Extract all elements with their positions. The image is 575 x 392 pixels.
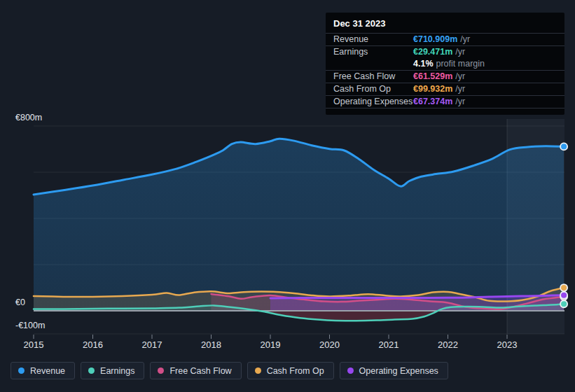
x-axis-tick-marks xyxy=(34,335,507,339)
tooltip-value: €61.529m/yr xyxy=(413,71,465,83)
profit-margin-row: 4.1%profit margin xyxy=(333,58,557,70)
tooltip-value-unit: /yr xyxy=(455,71,465,81)
cash-from-op-legend-dot-icon xyxy=(255,368,261,374)
profit-margin-text: profit margin xyxy=(436,58,485,70)
x-axis-label: 2019 xyxy=(261,340,281,350)
legend-item-operating-expenses[interactable]: Operating Expenses xyxy=(340,362,448,379)
tooltip-value-unit: /yr xyxy=(455,47,465,57)
y-axis-label: €0 xyxy=(15,298,25,307)
x-axis-label: 2018 xyxy=(201,340,221,350)
legend: RevenueEarningsFree Cash FlowCash From O… xyxy=(11,362,448,379)
tooltip-value-unit: /yr xyxy=(455,84,465,94)
legend-item-revenue[interactable]: Revenue xyxy=(11,362,75,379)
operating-expenses-legend-dot-icon xyxy=(347,368,354,374)
x-axis-label: 2022 xyxy=(438,340,458,350)
tooltip-value: €710.909m/yr xyxy=(413,34,470,46)
tooltip-value: €99.932m/yr xyxy=(413,83,465,95)
legend-item-cash-from-op[interactable]: Cash From Op xyxy=(247,362,334,379)
revenue-area xyxy=(34,139,564,311)
chart-root: €800m€0-€100m 20152016201720182019202020… xyxy=(0,0,575,392)
legend-item-free-cash-flow[interactable]: Free Cash Flow xyxy=(150,362,241,379)
y-axis-label: €800m xyxy=(15,113,42,122)
earnings-endpoint-dot xyxy=(560,300,567,307)
x-axis-label: 2015 xyxy=(24,340,44,350)
x-axis-label: 2016 xyxy=(83,340,103,350)
tooltip-row-operating-expenses: Operating Expenses€67.374m/yr xyxy=(326,96,564,108)
legend-item-label: Free Cash Flow xyxy=(169,366,231,376)
legend-item-label: Earnings xyxy=(100,366,134,376)
tooltip-rows: Revenue€710.909m/yrEarnings€29.471m/yr4.… xyxy=(326,34,564,108)
tooltip-row-cash-from-op: Cash From Op€99.932m/yr xyxy=(326,83,564,96)
tooltip-label: Operating Expenses xyxy=(333,96,413,108)
legend-item-label: Cash From Op xyxy=(267,366,324,376)
tooltip-label: Free Cash Flow xyxy=(333,71,413,83)
cash-from-op-endpoint-dot xyxy=(560,284,567,291)
tooltip-row-free-cash-flow: Free Cash Flow€61.529m/yr xyxy=(326,71,564,83)
earnings-legend-dot-icon xyxy=(88,368,95,374)
tooltip-value-unit: /yr xyxy=(460,34,470,44)
tooltip-label: Cash From Op xyxy=(333,83,413,95)
x-axis-label: 2020 xyxy=(319,340,340,350)
legend-item-label: Revenue xyxy=(30,366,65,376)
legend-item-earnings[interactable]: Earnings xyxy=(81,362,144,379)
tooltip-label: Earnings xyxy=(333,46,413,58)
free-cash-flow-legend-dot-icon xyxy=(158,368,164,374)
x-axis-label: 2023 xyxy=(497,340,518,350)
tooltip-date: Dec 31 2023 xyxy=(326,16,564,34)
tooltip-value: €29.471m/yr xyxy=(413,46,465,58)
y-axis-label: -€100m xyxy=(15,321,45,330)
operating-expenses-endpoint-dot xyxy=(560,292,567,299)
revenue-legend-dot-icon xyxy=(18,368,25,374)
x-axis-label: 2021 xyxy=(379,340,399,350)
tooltip-value-unit: /yr xyxy=(455,97,465,106)
tooltip-row-earnings: Earnings€29.471m/yr4.1%profit margin xyxy=(326,46,564,71)
revenue-endpoint-dot xyxy=(560,143,567,150)
legend-item-label: Operating Expenses xyxy=(359,366,438,376)
tooltip-label: Revenue xyxy=(333,34,413,46)
tooltip-value: €67.374m/yr xyxy=(413,96,465,108)
tooltip-row-revenue: Revenue€710.909m/yr xyxy=(326,34,564,46)
profit-margin-value: 4.1% xyxy=(413,58,434,70)
x-axis-label: 2017 xyxy=(142,340,162,350)
tooltip: Dec 31 2023 Revenue€710.909m/yrEarnings€… xyxy=(326,13,564,115)
